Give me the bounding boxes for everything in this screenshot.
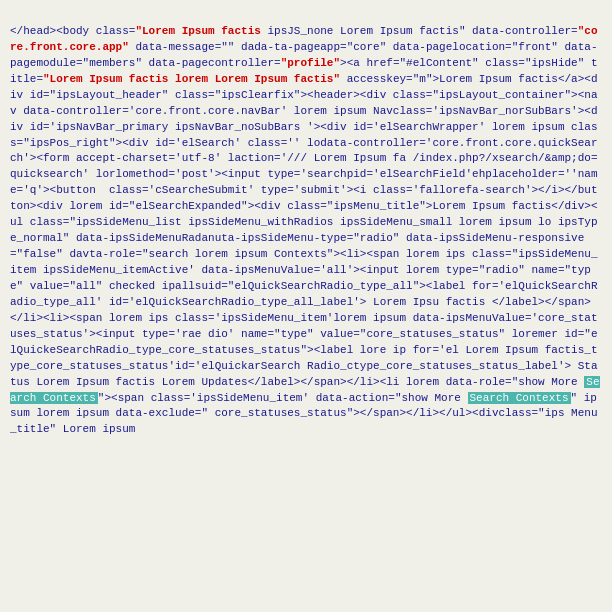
code-display: </head><body class="Lorem Ipsum factis i… — [0, 0, 612, 612]
search-highlight-contexts-2: Search Contexts — [468, 392, 571, 404]
code-content: </head><body class="Lorem Ipsum factis i… — [10, 25, 600, 435]
